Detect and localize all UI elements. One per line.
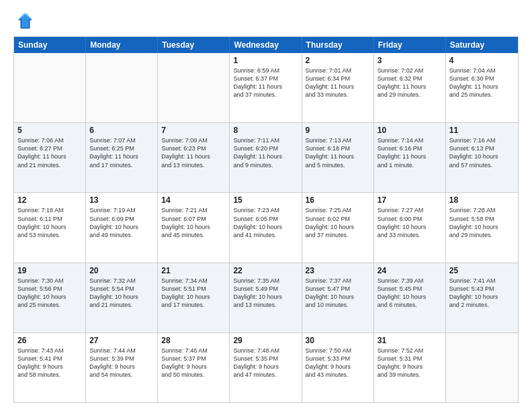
cell-info: Sunrise: 7:30 AM Sunset: 5:56 PM Dayligh… — [17, 277, 82, 310]
calendar-cell: 18Sunrise: 7:28 AM Sunset: 5:58 PM Dayli… — [446, 193, 518, 262]
cell-info: Sunrise: 7:14 AM Sunset: 6:16 PM Dayligh… — [378, 136, 442, 169]
day-number: 11 — [449, 126, 515, 135]
day-header-wednesday: Wednesday — [230, 37, 302, 53]
cell-info: Sunrise: 7:41 AM Sunset: 5:43 PM Dayligh… — [449, 277, 515, 310]
day-number: 27 — [89, 336, 154, 345]
cell-info: Sunrise: 7:32 AM Sunset: 5:54 PM Dayligh… — [89, 277, 154, 310]
calendar-cell: 1Sunrise: 6:59 AM Sunset: 6:37 PM Daylig… — [230, 53, 302, 122]
day-number: 1 — [233, 56, 298, 65]
cell-info: Sunrise: 7:02 AM Sunset: 6:32 PM Dayligh… — [378, 66, 442, 99]
day-number: 5 — [17, 126, 82, 135]
day-number: 16 — [306, 195, 370, 205]
cell-info: Sunrise: 7:50 AM Sunset: 5:33 PM Dayligh… — [306, 347, 370, 379]
cell-info: Sunrise: 6:59 AM Sunset: 6:37 PM Dayligh… — [233, 66, 298, 99]
day-number: 7 — [161, 126, 226, 135]
calendar-cell: 19Sunrise: 7:30 AM Sunset: 5:56 PM Dayli… — [14, 263, 86, 332]
cell-info: Sunrise: 7:21 AM Sunset: 6:07 PM Dayligh… — [161, 206, 226, 239]
cell-info: Sunrise: 7:35 AM Sunset: 5:49 PM Dayligh… — [233, 277, 298, 310]
logo — [13, 12, 35, 31]
cell-info: Sunrise: 7:07 AM Sunset: 6:25 PM Dayligh… — [89, 136, 154, 169]
day-number: 17 — [378, 195, 442, 205]
calendar-cell: 5Sunrise: 7:06 AM Sunset: 6:27 PM Daylig… — [14, 123, 86, 192]
calendar-row-4: 26Sunrise: 7:43 AM Sunset: 5:41 PM Dayli… — [14, 333, 518, 402]
calendar-cell: 28Sunrise: 7:46 AM Sunset: 5:37 PM Dayli… — [158, 333, 230, 402]
calendar-cell — [86, 53, 158, 122]
calendar-body: 1Sunrise: 6:59 AM Sunset: 6:37 PM Daylig… — [14, 53, 518, 402]
day-header-tuesday: Tuesday — [158, 37, 230, 53]
day-number: 20 — [89, 266, 154, 275]
calendar-cell: 3Sunrise: 7:02 AM Sunset: 6:32 PM Daylig… — [374, 53, 446, 122]
cell-info: Sunrise: 7:39 AM Sunset: 5:45 PM Dayligh… — [378, 277, 442, 310]
day-number: 26 — [17, 336, 82, 345]
calendar-cell: 8Sunrise: 7:11 AM Sunset: 6:20 PM Daylig… — [230, 123, 302, 192]
calendar-cell: 12Sunrise: 7:18 AM Sunset: 6:11 PM Dayli… — [14, 193, 86, 262]
calendar-cell: 15Sunrise: 7:23 AM Sunset: 6:05 PM Dayli… — [230, 193, 302, 262]
calendar-cell: 30Sunrise: 7:50 AM Sunset: 5:33 PM Dayli… — [302, 333, 374, 402]
calendar-cell: 26Sunrise: 7:43 AM Sunset: 5:41 PM Dayli… — [14, 333, 86, 402]
calendar-cell: 20Sunrise: 7:32 AM Sunset: 5:54 PM Dayli… — [86, 263, 158, 332]
header — [13, 12, 519, 31]
calendar-cell: 25Sunrise: 7:41 AM Sunset: 5:43 PM Dayli… — [446, 263, 518, 332]
calendar-cell: 7Sunrise: 7:09 AM Sunset: 6:23 PM Daylig… — [158, 123, 230, 192]
calendar-row-1: 5Sunrise: 7:06 AM Sunset: 6:27 PM Daylig… — [14, 123, 518, 193]
day-number: 8 — [233, 126, 298, 135]
calendar-cell: 4Sunrise: 7:04 AM Sunset: 6:30 PM Daylig… — [446, 53, 518, 122]
calendar-cell: 24Sunrise: 7:39 AM Sunset: 5:45 PM Dayli… — [374, 263, 446, 332]
day-number: 25 — [449, 266, 515, 275]
logo-icon — [13, 12, 32, 31]
calendar: SundayMondayTuesdayWednesdayThursdayFrid… — [13, 36, 519, 403]
cell-info: Sunrise: 7:23 AM Sunset: 6:05 PM Dayligh… — [233, 206, 298, 239]
day-number: 28 — [161, 336, 226, 345]
day-number: 24 — [378, 266, 442, 275]
calendar-row-3: 19Sunrise: 7:30 AM Sunset: 5:56 PM Dayli… — [14, 263, 518, 333]
calendar-cell: 11Sunrise: 7:16 AM Sunset: 6:13 PM Dayli… — [446, 123, 518, 192]
day-number: 10 — [378, 126, 442, 135]
day-header-friday: Friday — [374, 37, 446, 53]
cell-info: Sunrise: 7:48 AM Sunset: 5:35 PM Dayligh… — [233, 347, 298, 379]
cell-info: Sunrise: 7:11 AM Sunset: 6:20 PM Dayligh… — [233, 136, 298, 169]
day-number: 2 — [306, 56, 370, 65]
calendar-cell: 9Sunrise: 7:13 AM Sunset: 6:18 PM Daylig… — [302, 123, 374, 192]
cell-info: Sunrise: 7:25 AM Sunset: 6:02 PM Dayligh… — [306, 206, 370, 239]
cell-info: Sunrise: 7:44 AM Sunset: 5:39 PM Dayligh… — [89, 347, 154, 379]
calendar-cell: 21Sunrise: 7:34 AM Sunset: 5:51 PM Dayli… — [158, 263, 230, 332]
cell-info: Sunrise: 7:34 AM Sunset: 5:51 PM Dayligh… — [161, 277, 226, 310]
page: SundayMondayTuesdayWednesdayThursdayFrid… — [0, 0, 532, 411]
calendar-cell — [14, 53, 86, 122]
day-number: 29 — [233, 336, 298, 345]
day-number: 4 — [449, 56, 515, 65]
cell-info: Sunrise: 7:27 AM Sunset: 6:00 PM Dayligh… — [378, 206, 442, 239]
day-number: 14 — [161, 195, 226, 205]
cell-info: Sunrise: 7:19 AM Sunset: 6:09 PM Dayligh… — [89, 206, 154, 239]
calendar-cell: 17Sunrise: 7:27 AM Sunset: 6:00 PM Dayli… — [374, 193, 446, 262]
day-number: 31 — [378, 336, 442, 345]
calendar-row-0: 1Sunrise: 6:59 AM Sunset: 6:37 PM Daylig… — [14, 53, 518, 123]
calendar-cell: 29Sunrise: 7:48 AM Sunset: 5:35 PM Dayli… — [230, 333, 302, 402]
calendar-cell — [446, 333, 518, 402]
calendar-cell — [158, 53, 230, 122]
day-number: 19 — [17, 266, 82, 275]
day-header-sunday: Sunday — [14, 37, 86, 53]
day-number: 23 — [306, 266, 370, 275]
cell-info: Sunrise: 7:04 AM Sunset: 6:30 PM Dayligh… — [449, 66, 515, 99]
calendar-cell: 23Sunrise: 7:37 AM Sunset: 5:47 PM Dayli… — [302, 263, 374, 332]
day-number: 30 — [306, 336, 370, 345]
calendar-header: SundayMondayTuesdayWednesdayThursdayFrid… — [14, 37, 518, 53]
cell-info: Sunrise: 7:01 AM Sunset: 6:34 PM Dayligh… — [306, 66, 370, 99]
day-header-thursday: Thursday — [302, 37, 374, 53]
day-number: 15 — [233, 195, 298, 205]
calendar-cell: 10Sunrise: 7:14 AM Sunset: 6:16 PM Dayli… — [374, 123, 446, 192]
cell-info: Sunrise: 7:37 AM Sunset: 5:47 PM Dayligh… — [306, 277, 370, 310]
calendar-cell: 31Sunrise: 7:52 AM Sunset: 5:31 PM Dayli… — [374, 333, 446, 402]
calendar-cell: 22Sunrise: 7:35 AM Sunset: 5:49 PM Dayli… — [230, 263, 302, 332]
calendar-cell: 16Sunrise: 7:25 AM Sunset: 6:02 PM Dayli… — [302, 193, 374, 262]
cell-info: Sunrise: 7:09 AM Sunset: 6:23 PM Dayligh… — [161, 136, 226, 169]
cell-info: Sunrise: 7:16 AM Sunset: 6:13 PM Dayligh… — [449, 136, 515, 169]
day-number: 6 — [89, 126, 154, 135]
day-number: 18 — [449, 195, 515, 205]
calendar-cell: 13Sunrise: 7:19 AM Sunset: 6:09 PM Dayli… — [86, 193, 158, 262]
day-number: 22 — [233, 266, 298, 275]
calendar-cell: 27Sunrise: 7:44 AM Sunset: 5:39 PM Dayli… — [86, 333, 158, 402]
cell-info: Sunrise: 7:28 AM Sunset: 5:58 PM Dayligh… — [449, 206, 515, 239]
cell-info: Sunrise: 7:18 AM Sunset: 6:11 PM Dayligh… — [17, 206, 82, 239]
